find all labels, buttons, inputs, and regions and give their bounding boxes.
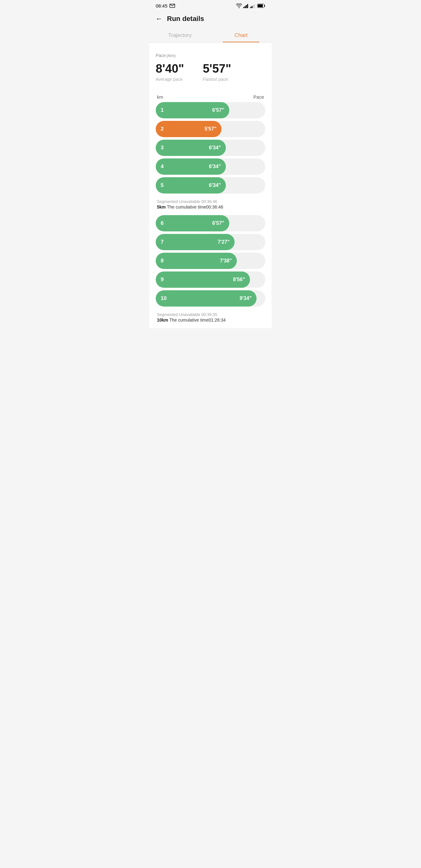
milestone-5km: Segmented Unavailable 00:36:46 5km The c… (156, 196, 265, 215)
segment-km-number: 2 (161, 126, 167, 132)
table-row: 46'34" (156, 158, 265, 175)
pace-label: Pace(/km) (156, 52, 265, 59)
pace-header: Pace (253, 94, 264, 100)
table-row: 25'57" (156, 121, 265, 137)
milestone-10km-unavailable: Segmented Unavailable 00:39:35 (157, 312, 264, 317)
milestone-5km-label: 5km The cumulative time00:36:46 (157, 205, 264, 210)
segment-pace-value: 6'34" (209, 164, 221, 169)
segment-pace-value: 5'57" (205, 126, 216, 132)
segment-km-number: 1 (161, 107, 167, 113)
segment-pace-value: 8'56" (233, 277, 245, 282)
svg-rect-1 (243, 7, 244, 8)
svg-rect-5 (250, 7, 251, 8)
pace-values: 8'40" Average pace 5'57" Fastest pace (156, 62, 265, 82)
table-row: 36'34" (156, 140, 265, 156)
segment-pace-value: 9'34" (240, 296, 251, 301)
segment-pace-value: 6'57" (212, 220, 224, 226)
page-title: Run details (167, 15, 204, 23)
segment-list-2: 66'57"77'27"87'38"98'56"109'34" (156, 215, 265, 309)
fastest-pace-item: 5'57" Fastest pace (203, 62, 231, 82)
table-row: 87'38" (156, 253, 265, 269)
svg-rect-4 (247, 4, 248, 8)
tabs: Trajectory Chart (149, 28, 272, 42)
header: ← Run details (149, 11, 272, 28)
milestone-10km-label: 10km The cumulative time01:26:34 (157, 317, 264, 322)
segment-pace-value: 7'27" (218, 239, 230, 245)
table-row: 56'34" (156, 177, 265, 193)
battery-icon (257, 4, 265, 8)
envelope-icon (170, 4, 175, 8)
average-pace-label: Average pace (156, 77, 184, 82)
table-row: 16'57" (156, 102, 265, 118)
fastest-pace-value: 5'57" (203, 62, 231, 75)
segment-km-number: 7 (161, 239, 167, 245)
back-button[interactable]: ← (156, 15, 162, 23)
table-row: 66'57" (156, 215, 265, 231)
svg-rect-11 (258, 4, 263, 7)
pace-section: Pace(/km) 8'40" Average pace 5'57" Faste… (156, 49, 265, 89)
segment-km-number: 10 (161, 295, 167, 302)
table-row: 77'27" (156, 234, 265, 250)
wifi-icon (236, 3, 242, 8)
segment-pace-value: 6'34" (209, 183, 221, 188)
segment-km-number: 6 (161, 220, 167, 226)
segment-km-number: 8 (161, 258, 167, 264)
segment-pace-value: 6'57" (212, 107, 224, 113)
signal2-icon (250, 4, 256, 8)
milestone-5km-unavailable: Segmented Unavailable 00:36:46 (157, 199, 264, 204)
svg-rect-6 (251, 6, 252, 8)
signal1-icon (243, 4, 249, 8)
tab-chart[interactable]: Chart (210, 28, 272, 42)
km-header: km (157, 94, 163, 100)
tab-trajectory[interactable]: Trajectory (149, 28, 210, 42)
main-content: Pace(/km) 8'40" Average pace 5'57" Faste… (149, 42, 272, 328)
status-icons (236, 3, 265, 8)
segment-km-number: 5 (161, 182, 167, 188)
average-pace-value: 8'40" (156, 62, 184, 75)
segment-pace-value: 7'38" (220, 258, 232, 264)
svg-rect-7 (253, 5, 254, 8)
segment-km-number: 3 (161, 145, 167, 151)
segment-pace-value: 6'34" (209, 145, 221, 151)
table-row: 109'34" (156, 290, 265, 307)
svg-rect-10 (264, 5, 265, 7)
table-row: 98'56" (156, 272, 265, 288)
svg-rect-3 (246, 5, 247, 8)
milestone-10km: Segmented Unavailable 00:39:35 10km The … (156, 309, 265, 328)
segment-km-number: 9 (161, 277, 167, 283)
average-pace-item: 8'40" Average pace (156, 62, 184, 82)
status-time: 08:45 (156, 3, 168, 8)
segment-list-1: 16'57"25'57"36'34"46'34"56'34" (156, 102, 265, 196)
svg-rect-2 (245, 6, 246, 8)
svg-rect-8 (254, 4, 255, 8)
segment-km-number: 4 (161, 163, 167, 170)
fastest-pace-label: Fastest pace (203, 77, 231, 82)
table-header: km Pace (156, 89, 265, 102)
status-bar: 08:45 (149, 0, 272, 11)
